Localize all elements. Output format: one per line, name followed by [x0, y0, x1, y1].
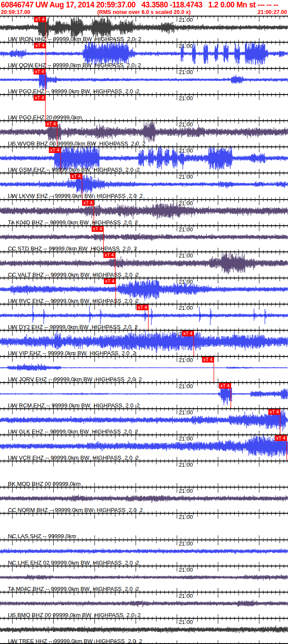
station-label: CC VALT BHZ -- 99999.0km BW HIGHPASS 2.0…: [8, 271, 139, 278]
trace-panel-k04d[interactable]: 21:00xT 4TA K04D BHZ -- 99999.0km BW HIG…: [0, 199, 288, 225]
station-label: UW QOW EHZ -- 99999.0km BW HIGHPASS 2.0 …: [8, 62, 141, 68]
waveform: [0, 574, 288, 580]
station-label: UW RCM EHZ -- 99999.0km BW HIGHPASS 2.0 …: [8, 402, 140, 408]
station-label: US WVOR BHZ 00 99999.0km BW HIGHPASS 2.0…: [8, 140, 145, 146]
trace-panel-m04c[interactable]: 21:00TA M04C BHZ -- 99999.0km BW HIGHPAS…: [0, 566, 288, 592]
station-label: NC LHE EHZ 02 99999.0km BW HIGHPASS 2.0 …: [8, 559, 139, 566]
trace-panel-lkvw[interactable]: 21:00xT 4UW LKVW EHZ -- 99999.0km BW HIG…: [0, 173, 288, 199]
waveform: [0, 495, 288, 503]
trace-plot: 21:00xT 4UW GSM EHZ -- 99999.0km BW HIGH…: [0, 146, 288, 173]
station-label: UW DY2 EHZ -- 99999.0km BW HIGHPASS 2.0 …: [8, 324, 138, 330]
waveform: [0, 233, 288, 241]
trace-plot: 21:00xT 4UW PGO EHZ 20 99999.0km: [0, 94, 288, 120]
trace-plot: 21:00BK MOD BHZ 00 99999.0km: [0, 461, 288, 487]
trace-panel-wvor[interactable]: 21:00xT 4US WVOR BHZ 00 99999.0km BW HIG…: [0, 120, 288, 146]
waveform: [0, 313, 288, 318]
trace-plot: 21:00xT 4UW IRON HHZ -- 99999.0km BW HIG…: [0, 16, 288, 42]
pick-flag-label: xT 4: [105, 278, 114, 284]
trace-panel-bmo[interactable]: 21:00US BMO BHZ 00 99999.0km BW HIGHPASS…: [0, 592, 288, 618]
station-label: UW PGO EHZ -- 99999.0km BW HIGHPASS 2.0 …: [8, 88, 139, 94]
minute-tick-label: 21:00: [178, 17, 192, 23]
pick-flag-label: xT 4: [276, 435, 285, 441]
trace-plot: 21:00UW TREE HHZ -- 99999.0km BW HIGHPAS…: [0, 618, 288, 644]
pick-flag[interactable]: xT 4: [202, 357, 214, 382]
trace-plot: 21:00xT 4CC STD BHZ -- 99999.0km BW HIGH…: [0, 225, 288, 251]
seismogram-viewer: 60846747 UW Aug 17, 2014 20:59:37.00 43.…: [0, 0, 288, 644]
station-label: UW PGO EHZ 20 99999.0km: [8, 114, 82, 120]
minute-tick-label: 21:00: [178, 514, 192, 520]
trace-panel-tree[interactable]: 21:00UW TREE HHZ -- 99999.0km BW HIGHPAS…: [0, 618, 288, 644]
waveform: [0, 600, 288, 607]
trace-panel-vcr[interactable]: 21:00xT 4UW VCR EHZ -- 99999.0km BW HIGH…: [0, 434, 288, 461]
trace-panel-lhe[interactable]: 21:00NC LHE EHZ 02 99999.0km BW HIGHPASS…: [0, 539, 288, 566]
minute-tick-label: 21:00: [178, 593, 192, 599]
trace-plot: 21:00xT 4UW PGO EHZ -- 99999.0km BW HIGH…: [0, 68, 288, 94]
pick-flag-label: xT 4: [183, 331, 192, 336]
trace-plot: 21:00CC NORM BHZ -- 99999.0km BW HIGHPAS…: [0, 487, 288, 513]
trace-panel-pgo-20[interactable]: 21:00xT 4UW PGO EHZ 20 99999.0km: [0, 94, 288, 120]
pick-flag-label: xT 4: [72, 173, 81, 179]
window-end-time: 21:00:27.00: [258, 9, 287, 15]
pick-flag-label: xT 4: [47, 121, 56, 126]
minute-tick-label: 21:00: [178, 173, 192, 180]
trace-plot: 21:00xT 4UW GLK EHZ -- 99999.0km BW HIGH…: [0, 408, 288, 434]
minute-tick-label: 21:00: [178, 305, 192, 311]
station-label: UW VCR EHZ -- 99999.0km BW HIGHPASS 2.0 …: [8, 454, 139, 461]
pick-flag-label: xT 4: [93, 226, 102, 231]
time-window-line: 20:59:17.00 (RMS noise over 6.0 s scaled…: [0, 9, 288, 16]
trace-plot: 21:00xT 4UW JORV EHZ -- 99999.0km BW HIG…: [0, 356, 288, 382]
trace-panel-vip[interactable]: 21:00xT 4UW VIP EHZ -- 99999.0km BW HIGH…: [0, 330, 288, 356]
minute-tick-label: 21:00: [178, 357, 192, 363]
minute-tick-label: 21:00: [178, 488, 192, 494]
trace-plot: 21:00xT 4TA K04D BHZ -- 99999.0km BW HIG…: [0, 199, 288, 225]
station-label: CC NORM BHZ -- 99999.0km BW HIGHPASS 2.0…: [8, 507, 143, 513]
trace-panel-dy2[interactable]: 21:00xT 4UW DY2 EHZ -- 99999.0km BW HIGH…: [0, 304, 288, 330]
trace-plot: 21:00xT 4CC VALT BHZ -- 99999.0km BW HIG…: [0, 251, 288, 278]
trace-plot: 21:00NC LHE EHZ 02 99999.0km BW HIGHPASS…: [0, 539, 288, 566]
trace-panel-iron[interactable]: 21:00xT 4UW IRON HHZ -- 99999.0km BW HIG…: [0, 16, 288, 42]
minute-tick-label: 21:00: [178, 43, 192, 49]
minute-tick-label: 21:00: [178, 252, 192, 259]
waveform: [0, 175, 288, 194]
pick-flag-label: xT 4: [220, 383, 230, 388]
minute-tick-label: 21:00: [178, 619, 192, 625]
trace-panel-gsm[interactable]: 21:00xT 4UW GSM EHZ -- 99999.0km BW HIGH…: [0, 146, 288, 173]
trace-plot: 21:00xT 4UW VIP EHZ -- 99999.0km BW HIGH…: [0, 330, 288, 356]
minute-tick-label: 21:00: [178, 435, 192, 442]
trace-plot: 21:00xT 4UW RVC EHZ -- 99999.0km BW HIGH…: [0, 278, 288, 304]
trace-plot: 21:00US BMO BHZ 00 99999.0km BW HIGHPASS…: [0, 592, 288, 618]
trace-plot: 21:00TA M04C BHZ -- 99999.0km BW HIGHPAS…: [0, 566, 288, 592]
waveform: [0, 625, 288, 633]
trace-panel-valt[interactable]: 21:00xT 4CC VALT BHZ -- 99999.0km BW HIG…: [0, 251, 288, 278]
trace-panel-norm[interactable]: 21:00CC NORM BHZ -- 99999.0km BW HIGHPAS…: [0, 487, 288, 513]
trace-panel-mod[interactable]: 21:00BK MOD BHZ 00 99999.0km: [0, 461, 288, 487]
station-label: UW TREE HHZ -- 99999.0km BW HIGHPASS 2.0…: [8, 638, 142, 644]
trace-panel-qow[interactable]: 21:00xT 4UW QOW EHZ -- 99999.0km BW HIGH…: [0, 42, 288, 68]
station-label: US BMO BHZ 00 99999.0km BW HIGHPASS 2.0 …: [8, 612, 141, 618]
pick-flag-label: xT 4: [83, 200, 93, 205]
trace-plot: 21:00NC LAS SHZ -- 99999.0km: [0, 513, 288, 539]
station-label: TA M04C BHZ -- 99999.0km BW HIGHPASS 2.0…: [8, 586, 139, 592]
station-label: UW GLK EHZ -- 99999.0km BW HIGHPASS 2.0 …: [8, 428, 138, 434]
trace-panel-pgo[interactable]: 21:00xT 4UW PGO EHZ -- 99999.0km BW HIGH…: [0, 68, 288, 94]
waveform: [0, 363, 288, 371]
trace-panel-std[interactable]: 21:00xT 4CC STD BHZ -- 99999.0km BW HIGH…: [0, 225, 288, 251]
rms-scale-note: (RMS noise over 6.0 s scaled 20.0 x): [0, 9, 288, 15]
minute-tick-label: 21:00: [178, 409, 192, 416]
trace-panel-glk[interactable]: 21:00xT 4UW GLK EHZ -- 99999.0km BW HIGH…: [0, 408, 288, 434]
trace-plot: 21:00xT 4UW LKVW EHZ -- 99999.0km BW HIG…: [0, 173, 288, 199]
trace-panel-las[interactable]: 21:00NC LAS SHZ -- 99999.0km: [0, 513, 288, 539]
trace-plot: 21:00xT 4UW DY2 EHZ -- 99999.0km BW HIGH…: [0, 304, 288, 330]
pick-flag-label: xT 4: [270, 409, 279, 414]
station-label: UW RVC EHZ -- 99999.0km BW HIGHPASS 2.0 …: [8, 298, 139, 304]
waveform: [0, 121, 288, 142]
station-label: UW GSM EHZ -- 99999.0km BW HIGHPASS 2.0 …: [8, 166, 140, 173]
pick-flag-label: xT 4: [35, 43, 45, 48]
trace-panel-rcm[interactable]: 21:00xT 4UW RCM EHZ -- 99999.0km BW HIGH…: [0, 382, 288, 408]
trace-panel-rvc[interactable]: 21:00xT 4UW RVC EHZ -- 99999.0km BW HIGH…: [0, 278, 288, 304]
station-label: UW JORV EHZ -- 99999.0km BW HIGHPASS 2.0…: [8, 376, 142, 382]
trace-plot: 21:00xT 4UW VCR EHZ -- 99999.0km BW HIGH…: [0, 434, 288, 461]
trace-panel-jorv[interactable]: 21:00xT 4UW JORV EHZ -- 99999.0km BW HIG…: [0, 356, 288, 382]
pick-flag-label: xT 4: [35, 69, 44, 74]
trace-plot: 21:00xT 4UW RCM EHZ -- 99999.0km BW HIGH…: [0, 382, 288, 408]
